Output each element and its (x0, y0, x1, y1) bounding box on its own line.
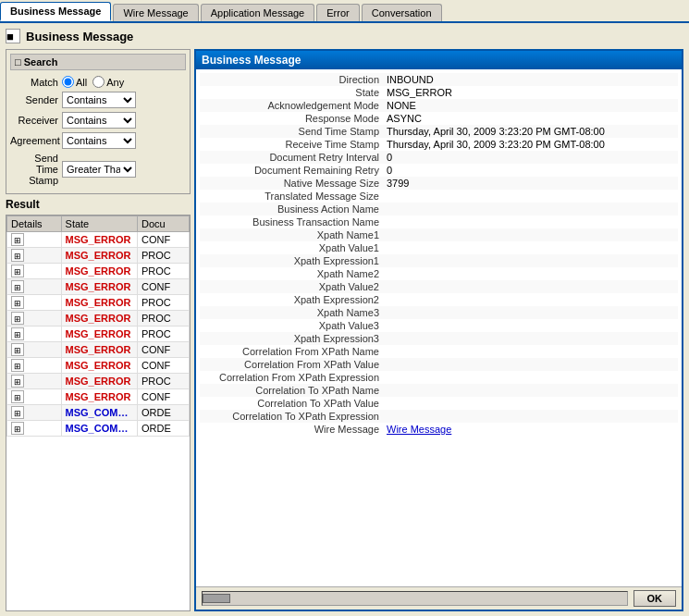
state-cell: MSG_ERROR (61, 374, 137, 389)
table-row[interactable]: ⊞MSG_ERRORPROC (7, 326, 190, 342)
detail-dialog: Business Message DirectionINBOUNDStateMS… (194, 49, 683, 611)
wire-message-link[interactable]: Wire Message (387, 424, 451, 435)
table-row[interactable]: ⊞MSG_ERRORPROC (7, 248, 190, 264)
search-header[interactable]: □ Search (10, 54, 186, 70)
tabs-bar: Business MessageWire MessageApplication … (0, 0, 689, 23)
state-cell: MSG_ERROR (61, 311, 137, 326)
receiver-select[interactable]: ContainsEqualsStarts With (62, 112, 136, 129)
state-cell: MSG_ERROR (61, 326, 137, 342)
detail-row: Correlation To XPath Name (200, 384, 678, 397)
detail-icon[interactable]: ⊞ (11, 343, 24, 356)
detail-icon[interactable]: ⊞ (11, 312, 24, 325)
detail-field-label: Correlation To XPath Name (200, 384, 385, 397)
col-doc: Docu (137, 216, 189, 232)
detail-icon[interactable]: ⊞ (11, 233, 24, 246)
detail-field-label: Response Mode (200, 112, 385, 125)
table-row[interactable]: ⊞MSG_ERRORCONF (7, 389, 190, 405)
tab-business-message[interactable]: Business Message (0, 2, 111, 21)
detail-icon[interactable]: ⊞ (11, 422, 24, 435)
detail-icon[interactable]: ⊞ (11, 327, 24, 340)
ok-button[interactable]: OK (634, 590, 677, 607)
detail-field-label: State (200, 86, 385, 99)
sendtime-row: Send Time Stamp Greater ThanLess ThanEqu… (10, 153, 186, 186)
state-cell: MSG_ERROR (61, 295, 137, 311)
match-any-text: Any (106, 77, 124, 88)
detail-field-value: 3799 (385, 177, 678, 190)
tab-wire-message[interactable]: Wire Message (113, 4, 198, 21)
tab-conversation[interactable]: Conversation (362, 4, 442, 21)
table-row[interactable]: ⊞MSG_ERRORCONF (7, 279, 190, 295)
result-table-wrapper[interactable]: Details State Docu ⊞MSG_ERRORCONF⊞MSG_ER… (6, 215, 191, 611)
receiver-label: Receiver (10, 115, 58, 126)
doc-cell: CONF (137, 389, 189, 405)
detail-icon[interactable]: ⊞ (11, 359, 24, 372)
detail-field-label: Translated Message Size (200, 190, 385, 203)
detail-icon-cell: ⊞ (7, 342, 62, 358)
detail-field-label: Correlation From XPath Value (200, 358, 385, 371)
sender-select[interactable]: ContainsEqualsStarts With (62, 92, 136, 108)
match-any-radio[interactable] (92, 76, 105, 88)
match-label: Match (10, 77, 58, 88)
doc-cell: PROC (137, 374, 189, 389)
detail-row: Xpath Value2 (200, 280, 678, 293)
detail-field-value (385, 216, 678, 228)
detail-icon[interactable]: ⊞ (11, 406, 24, 419)
agreement-select[interactable]: ContainsEqualsStarts With (62, 132, 136, 149)
detail-field-label: Send Time Stamp (200, 125, 385, 138)
detail-icon-cell: ⊞ (7, 358, 62, 374)
detail-row: StateMSG_ERROR (200, 86, 678, 99)
state-cell: MSG_ERROR (61, 389, 137, 405)
sendtime-select[interactable]: Greater ThanLess ThanEquals (62, 161, 136, 178)
tab-error[interactable]: Error (316, 4, 359, 21)
col-state: State (61, 216, 137, 232)
detail-field-value: Thursday, April 30, 2009 3:23:20 PM GMT-… (385, 138, 678, 151)
detail-field-value: MSG_ERROR (385, 86, 678, 99)
tab-application-message[interactable]: Application Message (201, 4, 315, 21)
state-cell: MSG_ERROR (61, 342, 137, 358)
detail-field-value (385, 371, 678, 384)
table-row[interactable]: ⊞MSG_ERRORCONF (7, 358, 190, 374)
detail-field-value (385, 345, 678, 358)
dialog-footer: OK (196, 586, 682, 610)
match-all-radio[interactable] (62, 76, 74, 88)
detail-icon[interactable]: ⊞ (11, 265, 24, 277)
detail-icon[interactable]: ⊞ (11, 296, 24, 309)
doc-cell: PROC (137, 248, 189, 264)
dialog-header: Business Message (196, 51, 682, 69)
detail-row: Correlation From XPath Expression (200, 371, 678, 384)
detail-icon-cell: ⊞ (7, 248, 62, 264)
table-row[interactable]: ⊞MSG_ERRORPROC (7, 374, 190, 389)
table-row[interactable]: ⊞MSG_COMPLETEORDE (7, 405, 190, 421)
detail-field-value[interactable]: Wire Message (385, 423, 678, 436)
detail-icon-cell: ⊞ (7, 295, 62, 311)
detail-icon[interactable]: ⊞ (11, 375, 24, 388)
detail-row: Business Action Name (200, 203, 678, 216)
doc-cell: CONF (137, 342, 189, 358)
table-row[interactable]: ⊞MSG_ERRORPROC (7, 311, 190, 326)
table-row[interactable]: ⊞MSG_ERRORCONF (7, 232, 190, 248)
detail-icon-cell: ⊞ (7, 421, 62, 437)
detail-field-value (385, 397, 678, 410)
detail-field-value: 0 (385, 164, 678, 177)
table-row[interactable]: ⊞MSG_ERRORPROC (7, 264, 190, 279)
detail-row: Xpath Name2 (200, 267, 678, 280)
detail-field-label: Correlation To XPath Value (200, 397, 385, 410)
detail-icon[interactable]: ⊞ (11, 280, 24, 293)
receiver-row: Receiver ContainsEqualsStarts With (10, 112, 186, 129)
table-row[interactable]: ⊞MSG_ERRORCONF (7, 342, 190, 358)
dialog-body[interactable]: DirectionINBOUNDStateMSG_ERRORAcknowledg… (196, 69, 682, 586)
detail-field-label: Document Remaining Retry (200, 164, 385, 177)
detail-field-label: Xpath Value1 (200, 241, 385, 254)
detail-icon[interactable]: ⊞ (11, 249, 24, 262)
detail-icon-cell: ⊞ (7, 264, 62, 279)
detail-row: Xpath Value3 (200, 319, 678, 332)
detail-icon[interactable]: ⊞ (11, 390, 24, 403)
state-cell: MSG_COMPLETE (61, 421, 137, 437)
detail-field-value (385, 190, 678, 203)
horizontal-scrollbar[interactable] (202, 591, 628, 606)
table-row[interactable]: ⊞MSG_COMPLETEORDE (7, 421, 190, 437)
detail-row: Document Retry Interval0 (200, 151, 678, 164)
detail-field-value (385, 203, 678, 216)
doc-cell: PROC (137, 326, 189, 342)
table-row[interactable]: ⊞MSG_ERRORPROC (7, 295, 190, 311)
